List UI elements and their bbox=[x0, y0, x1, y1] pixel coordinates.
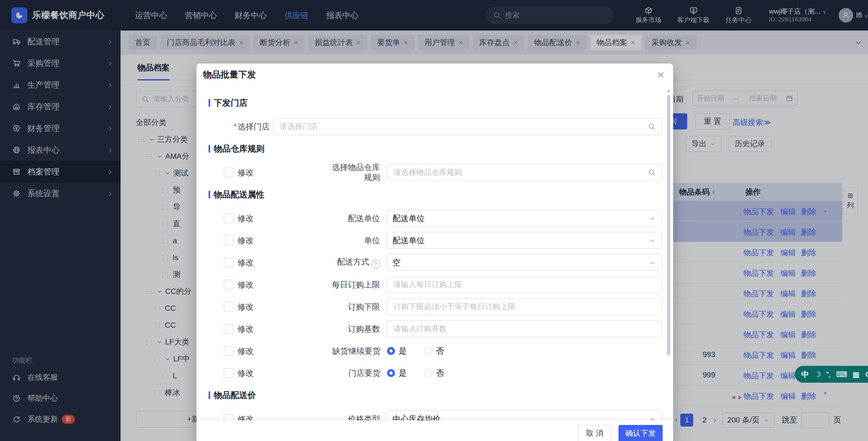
section-bar bbox=[209, 145, 210, 153]
modify-checkbox[interactable] bbox=[224, 168, 233, 177]
radio-no-label: 否 bbox=[436, 368, 444, 379]
daily-limit-row: 修改 每日订购上限 bbox=[209, 276, 662, 293]
modify-label: 修改 bbox=[237, 235, 254, 246]
scroll-up-icon[interactable]: ▲ bbox=[667, 88, 670, 92]
modify-checkbox[interactable] bbox=[224, 414, 233, 420]
modify-checkbox[interactable] bbox=[224, 258, 233, 267]
daily-limit-input[interactable] bbox=[393, 280, 656, 289]
chevron-down-icon bbox=[649, 237, 656, 244]
modify-checkbox[interactable] bbox=[224, 346, 233, 356]
store-select-row: *选择门店 bbox=[209, 118, 662, 135]
store-search-select[interactable] bbox=[273, 118, 662, 135]
ime-moon-icon[interactable]: ☽ bbox=[814, 371, 821, 378]
radio-yes[interactable] bbox=[387, 347, 395, 355]
section-title: 物品配送价 bbox=[214, 390, 256, 401]
section-bar bbox=[209, 99, 210, 107]
radio-no[interactable] bbox=[424, 369, 432, 377]
warehouse-rule-search-select[interactable] bbox=[387, 164, 662, 181]
field-label: 选择物品仓库规则 bbox=[328, 162, 380, 183]
modal-scrollbar[interactable]: ▲ bbox=[667, 90, 670, 417]
field-label: 配送单位 bbox=[292, 213, 380, 224]
section-bar bbox=[209, 391, 210, 399]
field-label: 价格类型 bbox=[292, 414, 380, 421]
radio-yes-label: 是 bbox=[399, 346, 407, 357]
ime-language-toggle[interactable]: 中 bbox=[801, 371, 809, 378]
ime-punctuation-icon[interactable]: ”, bbox=[826, 371, 831, 378]
warehouse-rule-row: 修改 选择物品仓库规则 bbox=[209, 164, 662, 181]
scrollbar-thumb[interactable] bbox=[667, 95, 670, 355]
section-delivery-price: 物品配送价 bbox=[209, 390, 662, 401]
modify-label: 修改 bbox=[237, 346, 254, 357]
section-delivery-props: 物品配送属性 bbox=[209, 189, 662, 200]
chevron-down-icon bbox=[649, 259, 656, 266]
continue-request-row: 修改 缺货继续要货 是否 bbox=[209, 343, 662, 359]
section-title: 物品配送属性 bbox=[214, 189, 264, 200]
store-select-input[interactable] bbox=[279, 122, 648, 131]
field-label: 缺货继续要货 bbox=[292, 346, 381, 357]
order-min-input-box[interactable] bbox=[387, 298, 662, 315]
delivery-unit-select[interactable]: 配送单位 bbox=[387, 210, 662, 227]
modify-checkbox[interactable] bbox=[224, 324, 233, 334]
ime-keyboard-icon[interactable]: ⌨ bbox=[836, 371, 847, 378]
section-warehouse-rule: 物品仓库规则 bbox=[209, 143, 662, 154]
modify-checkbox[interactable] bbox=[224, 213, 233, 223]
confirm-dispatch-button[interactable]: 确认下发 bbox=[618, 425, 663, 441]
select-value: 中心库存均价 bbox=[393, 414, 649, 421]
order-base-input[interactable] bbox=[393, 324, 656, 334]
modify-checkbox[interactable] bbox=[224, 236, 233, 245]
delivery-method-select[interactable]: 空 bbox=[387, 254, 662, 271]
radio-yes-label: 是 bbox=[399, 368, 407, 379]
order-min-row: 修改 订购下限 bbox=[209, 298, 662, 315]
modal-footer: 取 消 确认下发 bbox=[197, 420, 673, 441]
store-request-row: 修改 门店要货 是否 bbox=[209, 365, 662, 382]
radio-no[interactable] bbox=[424, 347, 432, 355]
daily-limit-input-box[interactable] bbox=[387, 276, 662, 293]
modify-label: 修改 bbox=[237, 257, 254, 268]
order-base-row: 修改 订购基数 bbox=[209, 320, 662, 337]
modify-checkbox[interactable] bbox=[224, 368, 233, 378]
field-label: 门店要货 bbox=[292, 368, 381, 379]
section-bar bbox=[209, 191, 210, 199]
modal-title: 物品批量下发 bbox=[203, 69, 256, 81]
radio-yes[interactable] bbox=[387, 369, 395, 377]
section-title: 物品仓库规则 bbox=[214, 143, 264, 154]
modal-body: 下发门店 *选择门店 物品仓库规则 修改 选择物品仓库规则 物品配送属性 修改 … bbox=[197, 86, 673, 420]
modify-label: 修改 bbox=[237, 414, 254, 421]
modify-label: 修改 bbox=[237, 213, 254, 224]
field-label: 单位 bbox=[292, 235, 380, 246]
unit-select[interactable]: 配送单位 bbox=[387, 232, 662, 249]
delivery-method-row: 修改 配送方式? 空 bbox=[209, 254, 662, 271]
order-base-input-box[interactable] bbox=[387, 320, 662, 337]
chevron-down-icon bbox=[649, 415, 656, 420]
field-label: 每日订购上限 bbox=[292, 279, 380, 290]
cancel-button[interactable]: 取 消 bbox=[578, 425, 611, 441]
modify-label: 修改 bbox=[237, 167, 254, 178]
modify-checkbox[interactable] bbox=[224, 302, 233, 312]
select-value: 配送单位 bbox=[393, 235, 649, 246]
modal-header: 物品批量下发 × bbox=[197, 64, 673, 86]
delivery-unit-row: 修改 配送单位 配送单位 bbox=[209, 210, 662, 227]
radio-no-label: 否 bbox=[436, 346, 444, 357]
chevron-down-icon bbox=[649, 215, 656, 222]
field-label: 选择门店 bbox=[237, 122, 270, 131]
ime-tools-icon[interactable]: ⚙ bbox=[865, 371, 868, 378]
warehouse-rule-input[interactable] bbox=[393, 168, 648, 177]
order-min-input[interactable] bbox=[393, 302, 656, 312]
section-title: 下发门店 bbox=[214, 97, 248, 109]
search-icon bbox=[648, 168, 656, 176]
modify-label: 修改 bbox=[237, 279, 254, 290]
modify-checkbox[interactable] bbox=[224, 280, 233, 289]
select-value: 空 bbox=[393, 257, 649, 268]
modify-label: 修改 bbox=[237, 302, 254, 312]
close-icon[interactable]: × bbox=[657, 69, 664, 81]
help-icon[interactable]: ? bbox=[371, 260, 380, 269]
ime-toolbar: 中 ☽ ”, ⌨ ▦ ⚙ bbox=[795, 366, 868, 383]
modify-label: 修改 bbox=[237, 324, 254, 334]
section-dispatch-stores: 下发门店 bbox=[209, 97, 662, 109]
search-icon bbox=[648, 123, 656, 131]
price-type-select[interactable]: 中心库存均价 bbox=[387, 410, 662, 420]
ime-board-icon[interactable]: ▦ bbox=[852, 371, 860, 378]
field-label: 配送方式 bbox=[337, 257, 369, 266]
price-type-row: 修改 价格类型 中心库存均价 bbox=[209, 410, 662, 420]
field-label: 订购下限 bbox=[292, 302, 380, 312]
